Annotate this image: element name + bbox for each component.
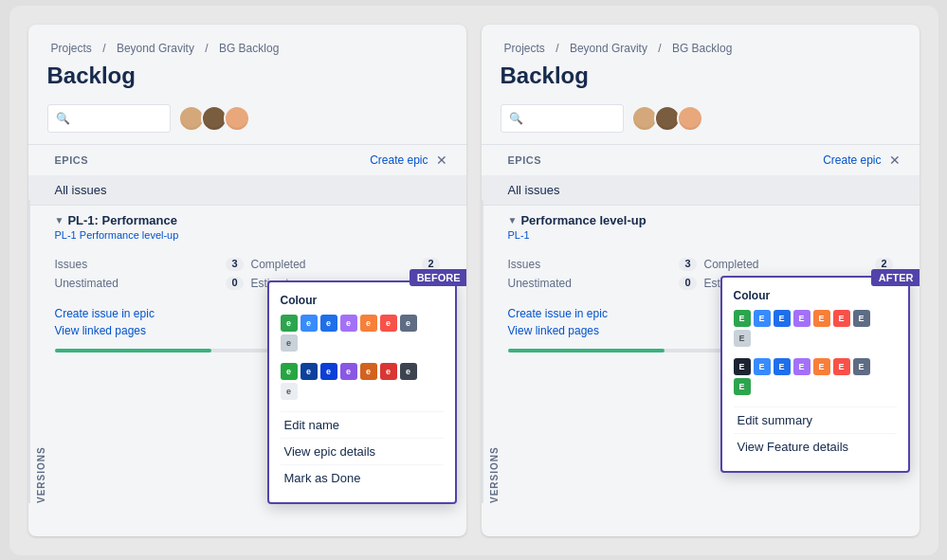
progress-fill-before (55, 349, 212, 352)
swatch-orange-sel[interactable]: E (813, 358, 830, 375)
menu-view-feature-details[interactable]: View Feature details (734, 433, 897, 460)
badge-after: AFTER (871, 269, 920, 286)
swatch-red-sel[interactable]: E (833, 358, 850, 375)
breadcrumb-bg-backlog[interactable]: BG Backlog (219, 42, 279, 55)
swatch-offwhite[interactable]: e (281, 383, 298, 400)
menu-mark-done[interactable]: Mark as Done (281, 464, 444, 491)
swatch-violet[interactable]: e (340, 363, 357, 380)
avatar-3 (224, 105, 250, 132)
versions-label-after: VERSIONS (482, 200, 500, 503)
swatch-gray[interactable]: e (400, 315, 417, 332)
perf-subtitle-after: PL-1 (508, 229, 901, 241)
epics-label-after: EPICS (508, 154, 542, 166)
swatch-blue-sel[interactable]: E (754, 358, 771, 375)
progress-fill-after (508, 349, 665, 352)
context-menu-before: Colour e e e e e e e e e e e e e e e e (267, 280, 457, 504)
swatch-gray-after[interactable]: E (853, 310, 870, 327)
context-menu-after: Colour E E E E E E E E E E E E E E E E (720, 276, 910, 473)
swatch-purple[interactable]: e (340, 315, 357, 332)
swatch-blue[interactable]: e (300, 315, 318, 332)
breadcrumb-bg-backlog-after[interactable]: BG Backlog (672, 42, 732, 55)
badge-before: BEFORE (410, 269, 466, 286)
swatch-dkgray-sel[interactable]: E (734, 358, 751, 375)
breadcrumb-before: Projects / Beyond Gravity / BG Backlog (28, 25, 466, 59)
create-epic-after[interactable]: Create epic (823, 154, 881, 167)
color-swatches-row2-after: E E E E E E E E (734, 358, 885, 395)
perf-title-text-before: PL-1: Performance (67, 213, 177, 227)
chevron-after: ▼ (508, 215, 518, 226)
page-title-after: Backlog (482, 59, 920, 100)
colour-label-before: Colour (281, 294, 444, 307)
all-issues-before[interactable]: All issues (28, 175, 466, 205)
colour-label-after: Colour (734, 289, 897, 302)
breadcrumb-beyond-gravity[interactable]: Beyond Gravity (117, 42, 194, 55)
swatch-darkblue-after[interactable]: E (774, 310, 791, 327)
swatch-navy[interactable]: e (300, 363, 318, 380)
breadcrumb-beyond-gravity-after[interactable]: Beyond Gravity (570, 42, 647, 55)
epics-label-before: EPICS (55, 154, 89, 166)
perf-title-text-after: Performance level-up (520, 213, 646, 227)
swatch-gray-sel[interactable]: E (853, 358, 870, 375)
swatch-purple-sel[interactable]: E (793, 358, 810, 375)
perf-subtitle-before: PL-1 Performance level-up (55, 229, 447, 241)
close-epics-before[interactable]: ✕ (436, 153, 447, 168)
swatch-green-after[interactable]: E (734, 310, 751, 327)
menu-edit-summary[interactable]: Edit summary (734, 406, 897, 433)
color-swatches-row1-before: e e e e e e e e (281, 315, 432, 352)
breadcrumb-after: Projects / Beyond Gravity / BG Backlog (482, 25, 920, 59)
after-panel: Projects / Beyond Gravity / BG Backlog B… (482, 25, 920, 536)
chevron-before: ▼ (55, 215, 64, 226)
performance-row-after: ▼ Performance level-up PL-1 (482, 205, 920, 248)
avatar-3-after (677, 105, 703, 132)
page-title-before: Backlog (28, 59, 466, 100)
before-panel: Projects / Beyond Gravity / BG Backlog B… (28, 25, 466, 536)
swatch-orange-after[interactable]: E (813, 310, 830, 327)
breadcrumb-projects-after[interactable]: Projects (504, 42, 545, 55)
swatch-green[interactable]: e (281, 315, 298, 332)
search-input-after[interactable]: 🔍 (501, 104, 624, 133)
swatch-red[interactable]: e (380, 315, 397, 332)
search-input-before[interactable]: 🔍 (47, 104, 171, 133)
epics-header-after: EPICS Create epic ✕ (482, 144, 920, 175)
swatch-darkgray[interactable]: e (400, 363, 417, 380)
swatch-crimson[interactable]: e (380, 363, 397, 380)
swatch-dkgreen[interactable]: e (281, 363, 298, 380)
menu-view-epic-details[interactable]: View epic details (281, 438, 444, 464)
create-epic-before[interactable]: Create epic (370, 154, 428, 167)
swatch-light-after[interactable]: E (734, 330, 751, 347)
swatch-purple-after[interactable]: E (793, 310, 810, 327)
avatars-before (178, 105, 250, 132)
color-swatches-row1-after: E E E E E E E E (734, 310, 885, 347)
avatars-after (631, 105, 703, 132)
performance-row-before: ▼ PL-1: Performance PL-1 Performance lev… (28, 205, 466, 248)
swatch-cobalt[interactable]: e (320, 363, 337, 380)
color-swatches-row2-before: e e e e e e e e (281, 363, 432, 400)
swatch-light[interactable]: e (281, 334, 298, 352)
menu-edit-name[interactable]: Edit name (281, 411, 444, 438)
swatch-green-sel[interactable]: E (734, 378, 751, 395)
epics-header-before: EPICS Create epic ✕ (28, 144, 466, 175)
swatch-cobalt-sel[interactable]: E (774, 358, 791, 375)
swatch-burnt[interactable]: e (360, 363, 377, 380)
search-icon: 🔍 (56, 112, 70, 125)
breadcrumb-projects[interactable]: Projects (51, 42, 92, 55)
search-icon-after: 🔍 (509, 112, 523, 125)
swatch-orange[interactable]: e (360, 315, 377, 332)
swatch-darkblue[interactable]: e (320, 315, 337, 332)
versions-label-before: VERSIONS (28, 200, 46, 503)
close-epics-after[interactable]: ✕ (889, 153, 901, 168)
all-issues-after[interactable]: All issues (482, 175, 920, 205)
swatch-blue-after[interactable]: E (754, 310, 771, 327)
swatch-red-after[interactable]: E (833, 310, 850, 327)
